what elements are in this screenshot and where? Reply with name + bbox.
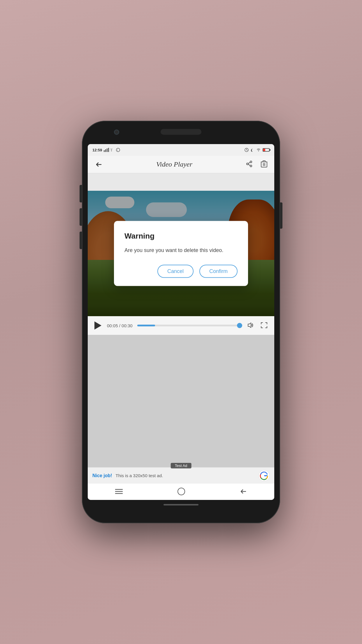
fullscreen-icon bbox=[261, 322, 267, 328]
ad-description: This is a 320x50 test ad. bbox=[116, 473, 255, 478]
notification-icon: ! bbox=[116, 148, 120, 152]
svg-line-14 bbox=[248, 164, 250, 165]
progress-thumb bbox=[237, 323, 242, 328]
volume-button[interactable] bbox=[246, 321, 255, 330]
battery-indicator bbox=[263, 148, 270, 152]
share-icon bbox=[246, 160, 253, 167]
fullscreen-button[interactable] bbox=[260, 321, 268, 330]
signal-icon bbox=[104, 148, 109, 152]
svg-rect-27 bbox=[178, 488, 185, 495]
ad-nicejob-text: Nice job! bbox=[92, 473, 112, 478]
progress-fill bbox=[137, 325, 155, 326]
svg-line-13 bbox=[248, 162, 250, 163]
status-time: 12:59 bbox=[92, 148, 102, 152]
home-circle-icon bbox=[177, 487, 185, 496]
nav-back-icon bbox=[240, 489, 247, 494]
dialog-message: Are you sure you want to delete this vid… bbox=[124, 246, 238, 254]
delete-button[interactable] bbox=[260, 159, 268, 169]
hamburger-icon bbox=[115, 489, 123, 494]
volume-icon bbox=[247, 322, 254, 328]
dialog-title: Warning bbox=[124, 232, 238, 241]
app-title: Video Player bbox=[156, 160, 192, 168]
moon-icon bbox=[250, 148, 254, 152]
home-nav-button[interactable] bbox=[175, 485, 188, 499]
content-spacer bbox=[88, 173, 274, 191]
svg-rect-3 bbox=[108, 148, 109, 152]
test-ad-label: Test Ad bbox=[171, 463, 191, 468]
video-player[interactable]: Warning Are you sure you want to delete … bbox=[88, 191, 274, 316]
svg-line-9 bbox=[247, 150, 247, 150]
ad-logo bbox=[259, 470, 270, 481]
phone-device: 12:59 𝕋 ! bbox=[82, 121, 280, 523]
android-nav-bar bbox=[88, 484, 274, 500]
twitter-icon: 𝕋 bbox=[110, 148, 115, 152]
svg-rect-0 bbox=[104, 150, 105, 152]
ad-logo-icon bbox=[259, 471, 269, 480]
home-indicator bbox=[164, 504, 198, 505]
trash-icon bbox=[261, 160, 267, 167]
status-bar: 12:59 𝕋 ! bbox=[88, 144, 274, 156]
back-button[interactable] bbox=[94, 159, 104, 170]
status-left: 12:59 𝕋 ! bbox=[92, 148, 120, 152]
svg-text:!: ! bbox=[117, 149, 118, 152]
front-camera bbox=[114, 130, 119, 135]
dialog-buttons: Cancel Confirm bbox=[124, 265, 238, 278]
play-icon bbox=[94, 321, 101, 330]
status-right bbox=[245, 148, 270, 152]
ad-banner: Test Ad Nice job! This is a 320x50 test … bbox=[88, 467, 274, 484]
svg-point-5 bbox=[116, 148, 120, 152]
svg-text:𝕋: 𝕋 bbox=[110, 148, 113, 152]
video-controls: 00:05 / 00:30 bbox=[88, 316, 274, 335]
svg-rect-2 bbox=[107, 148, 108, 152]
warning-dialog: Warning Are you sure you want to delete … bbox=[114, 221, 248, 286]
phone-bottom bbox=[164, 500, 198, 523]
svg-marker-21 bbox=[248, 323, 251, 328]
cancel-button[interactable]: Cancel bbox=[157, 265, 194, 278]
share-button[interactable] bbox=[245, 159, 254, 169]
app-bar: Video Player bbox=[88, 156, 274, 173]
dialog-box: Warning Are you sure you want to delete … bbox=[114, 221, 248, 286]
phone-screen: 12:59 𝕋 ! bbox=[88, 144, 274, 500]
app-bar-actions bbox=[245, 159, 268, 169]
clock-icon bbox=[245, 148, 249, 152]
svg-rect-1 bbox=[105, 149, 106, 152]
play-pause-button[interactable] bbox=[94, 321, 102, 330]
back-nav-button[interactable] bbox=[238, 486, 249, 498]
svg-rect-23 bbox=[264, 475, 268, 476]
svg-rect-17 bbox=[263, 161, 265, 162]
progress-bar[interactable] bbox=[137, 325, 242, 326]
phone-top-bar bbox=[82, 121, 280, 144]
wifi-icon bbox=[256, 148, 261, 152]
confirm-button[interactable]: Confirm bbox=[199, 265, 238, 278]
back-arrow-icon bbox=[95, 162, 102, 167]
main-content: Warning Are you sure you want to delete … bbox=[88, 191, 274, 467]
time-display: 00:05 / 00:30 bbox=[107, 323, 133, 328]
menu-nav-button[interactable] bbox=[113, 486, 125, 498]
earpiece-speaker bbox=[161, 129, 201, 135]
